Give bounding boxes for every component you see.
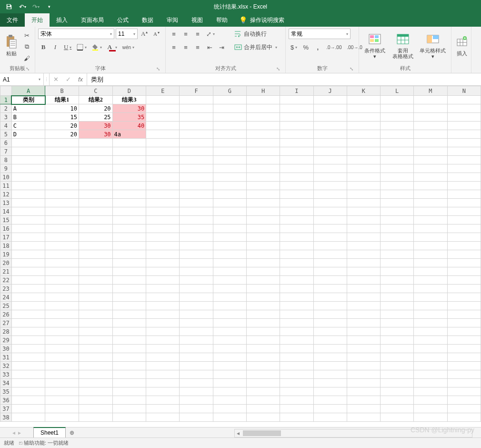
cell[interactable]	[447, 113, 481, 122]
cell[interactable]	[280, 302, 313, 310]
phonetic-button[interactable]: wén▾	[120, 42, 136, 52]
cell[interactable]	[180, 104, 213, 113]
cell[interactable]	[180, 190, 213, 199]
cell[interactable]	[180, 285, 213, 293]
cell[interactable]	[247, 370, 280, 379]
cell[interactable]	[414, 387, 447, 396]
cell[interactable]	[112, 173, 146, 182]
row-header[interactable]: 20	[0, 259, 12, 267]
cell[interactable]	[347, 302, 380, 310]
cell[interactable]	[247, 250, 280, 259]
cell[interactable]	[313, 319, 347, 327]
cell[interactable]	[381, 379, 414, 387]
row-header[interactable]: 11	[0, 182, 12, 190]
cell[interactable]	[414, 353, 447, 362]
cell[interactable]: 结果3	[112, 96, 146, 104]
cell[interactable]	[247, 182, 280, 190]
row-header[interactable]: 30	[0, 345, 12, 353]
cell[interactable]	[11, 190, 45, 199]
cell[interactable]	[180, 310, 213, 319]
align-right-icon[interactable]: ≡	[192, 42, 203, 52]
cell[interactable]	[381, 130, 414, 139]
cell[interactable]	[112, 242, 146, 250]
cell[interactable]	[146, 130, 180, 139]
cell[interactable]	[313, 396, 347, 405]
cell[interactable]	[347, 285, 380, 293]
cell[interactable]	[146, 259, 180, 267]
cell[interactable]	[347, 182, 380, 190]
row-header[interactable]: 2	[0, 104, 12, 113]
cell[interactable]	[347, 259, 380, 267]
cell[interactable]	[447, 156, 481, 164]
cell[interactable]	[447, 182, 481, 190]
cell[interactable]	[247, 259, 280, 267]
cell[interactable]	[45, 190, 79, 199]
row-header[interactable]: 28	[0, 327, 12, 336]
cell[interactable]: 40	[112, 122, 146, 130]
cell[interactable]	[146, 379, 180, 387]
cell[interactable]	[247, 336, 280, 345]
cell[interactable]	[447, 285, 481, 293]
cell[interactable]	[414, 173, 447, 182]
cell[interactable]	[213, 190, 246, 199]
cell[interactable]	[11, 387, 45, 396]
cell[interactable]	[146, 96, 180, 104]
cell[interactable]	[280, 147, 313, 156]
cell[interactable]	[313, 130, 347, 139]
cell[interactable]	[381, 190, 414, 199]
cell[interactable]	[313, 113, 347, 122]
cell[interactable]	[247, 224, 280, 233]
cell[interactable]	[112, 379, 146, 387]
cell[interactable]: 30	[79, 122, 112, 130]
cell[interactable]	[347, 396, 380, 405]
cell[interactable]	[180, 267, 213, 276]
cell[interactable]	[280, 396, 313, 405]
cell[interactable]	[79, 250, 112, 259]
cell[interactable]	[45, 259, 79, 267]
column-header[interactable]: F	[180, 86, 213, 96]
cell[interactable]	[280, 104, 313, 113]
cell[interactable]	[414, 182, 447, 190]
cell[interactable]	[11, 319, 45, 327]
align-center-icon[interactable]: ≡	[180, 42, 191, 52]
row-header[interactable]: 10	[0, 173, 12, 182]
column-header[interactable]: E	[146, 86, 180, 96]
cell[interactable]	[213, 267, 246, 276]
cell[interactable]	[447, 122, 481, 130]
cell[interactable]	[313, 302, 347, 310]
cell[interactable]	[347, 362, 380, 370]
column-header[interactable]: I	[280, 86, 313, 96]
cell[interactable]	[146, 396, 180, 405]
cell[interactable]	[146, 156, 180, 164]
cell[interactable]	[347, 164, 380, 173]
cell[interactable]	[447, 310, 481, 319]
cell[interactable]	[146, 405, 180, 413]
cell[interactable]	[447, 353, 481, 362]
cell[interactable]	[414, 293, 447, 302]
cell[interactable]	[447, 293, 481, 302]
row-header[interactable]: 32	[0, 362, 12, 370]
cell[interactable]	[112, 293, 146, 302]
cell[interactable]	[247, 276, 280, 285]
cell[interactable]	[381, 336, 414, 345]
save-icon[interactable]	[4, 1, 14, 12]
tell-me-search[interactable]: 💡 操作说明搜索	[234, 13, 284, 27]
cell[interactable]	[247, 96, 280, 104]
cell[interactable]	[381, 233, 414, 242]
cell[interactable]	[213, 242, 246, 250]
cell[interactable]	[11, 259, 45, 267]
cell[interactable]	[146, 336, 180, 345]
cell[interactable]	[381, 250, 414, 259]
cell[interactable]: 35	[112, 113, 146, 122]
cell[interactable]	[247, 156, 280, 164]
cell[interactable]	[45, 199, 79, 207]
cell[interactable]	[280, 156, 313, 164]
cell[interactable]	[112, 164, 146, 173]
cell[interactable]	[381, 310, 414, 319]
cell[interactable]	[381, 362, 414, 370]
cell[interactable]	[280, 182, 313, 190]
cell[interactable]	[347, 387, 380, 396]
cell[interactable]	[347, 327, 380, 336]
cell[interactable]	[180, 216, 213, 224]
cell[interactable]	[414, 327, 447, 336]
